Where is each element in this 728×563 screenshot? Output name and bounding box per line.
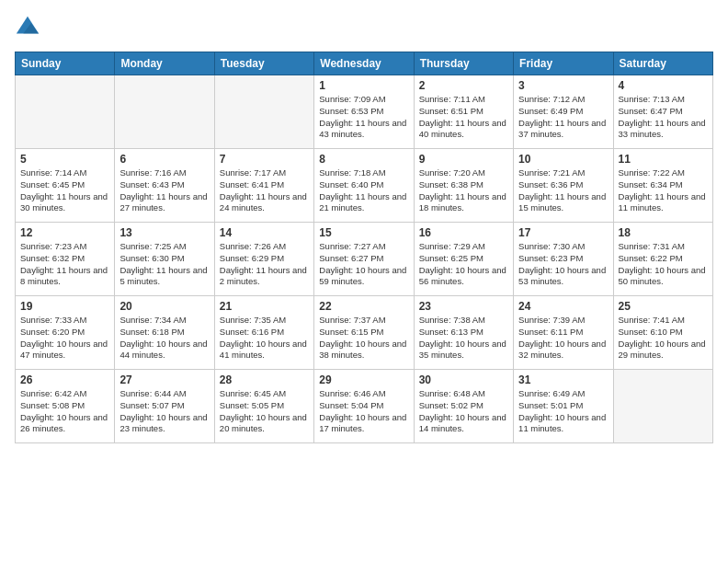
calendar-cell: 20Sunrise: 7:34 AM Sunset: 6:18 PM Dayli… xyxy=(115,296,214,370)
calendar-cell: 3Sunrise: 7:12 AM Sunset: 6:49 PM Daylig… xyxy=(514,75,613,149)
cell-content: Sunrise: 6:49 AM Sunset: 5:01 PM Dayligh… xyxy=(518,388,608,435)
cell-content: Sunrise: 7:23 AM Sunset: 6:32 PM Dayligh… xyxy=(20,241,109,288)
day-number: 18 xyxy=(619,226,708,239)
day-header-wednesday: Wednesday xyxy=(314,52,414,75)
cell-content: Sunrise: 7:17 AM Sunset: 6:41 PM Dayligh… xyxy=(220,167,309,214)
calendar-cell: 22Sunrise: 7:37 AM Sunset: 6:15 PM Dayli… xyxy=(314,296,414,370)
day-number: 21 xyxy=(220,300,309,313)
calendar-table: SundayMondayTuesdayWednesdayThursdayFrid… xyxy=(15,52,713,443)
calendar-cell: 2Sunrise: 7:11 AM Sunset: 6:51 PM Daylig… xyxy=(414,75,513,149)
calendar-cell: 19Sunrise: 7:33 AM Sunset: 6:20 PM Dayli… xyxy=(16,296,115,370)
cell-content: Sunrise: 7:18 AM Sunset: 6:40 PM Dayligh… xyxy=(319,167,408,214)
day-number: 19 xyxy=(20,300,109,313)
cell-content: Sunrise: 6:46 AM Sunset: 5:04 PM Dayligh… xyxy=(319,388,408,435)
calendar-cell: 26Sunrise: 6:42 AM Sunset: 5:08 PM Dayli… xyxy=(16,370,115,443)
cell-content: Sunrise: 7:33 AM Sunset: 6:20 PM Dayligh… xyxy=(20,315,109,362)
day-number: 6 xyxy=(119,153,209,166)
week-row-1: 5Sunrise: 7:14 AM Sunset: 6:45 PM Daylig… xyxy=(16,149,713,223)
calendar-header-row: SundayMondayTuesdayWednesdayThursdayFrid… xyxy=(16,52,713,75)
week-row-3: 19Sunrise: 7:33 AM Sunset: 6:20 PM Dayli… xyxy=(16,296,713,370)
day-number: 28 xyxy=(220,373,309,386)
day-number: 22 xyxy=(319,300,408,313)
day-number: 25 xyxy=(619,300,708,313)
day-number: 8 xyxy=(319,153,408,166)
logo-icon xyxy=(15,15,40,40)
calendar-cell: 18Sunrise: 7:31 AM Sunset: 6:22 PM Dayli… xyxy=(613,223,712,296)
calendar-cell: 5Sunrise: 7:14 AM Sunset: 6:45 PM Daylig… xyxy=(16,149,115,223)
day-number: 13 xyxy=(119,226,209,239)
calendar-cell: 24Sunrise: 7:39 AM Sunset: 6:11 PM Dayli… xyxy=(514,296,613,370)
day-number: 23 xyxy=(419,300,508,313)
calendar-cell xyxy=(613,370,712,443)
cell-content: Sunrise: 7:11 AM Sunset: 6:51 PM Dayligh… xyxy=(419,94,508,141)
cell-content: Sunrise: 7:31 AM Sunset: 6:22 PM Dayligh… xyxy=(619,241,708,288)
cell-content: Sunrise: 6:45 AM Sunset: 5:05 PM Dayligh… xyxy=(220,388,309,435)
calendar-cell: 14Sunrise: 7:26 AM Sunset: 6:29 PM Dayli… xyxy=(214,223,313,296)
calendar-cell: 16Sunrise: 7:29 AM Sunset: 6:25 PM Dayli… xyxy=(414,223,513,296)
calendar-cell: 23Sunrise: 7:38 AM Sunset: 6:13 PM Dayli… xyxy=(414,296,513,370)
day-header-friday: Friday xyxy=(514,52,613,75)
cell-content: Sunrise: 7:39 AM Sunset: 6:11 PM Dayligh… xyxy=(518,315,608,362)
calendar-cell xyxy=(16,75,115,149)
cell-content: Sunrise: 7:29 AM Sunset: 6:25 PM Dayligh… xyxy=(419,241,508,288)
day-number: 24 xyxy=(518,300,608,313)
calendar-cell: 31Sunrise: 6:49 AM Sunset: 5:01 PM Dayli… xyxy=(514,370,613,443)
calendar-cell: 30Sunrise: 6:48 AM Sunset: 5:02 PM Dayli… xyxy=(414,370,513,443)
calendar-cell: 1Sunrise: 7:09 AM Sunset: 6:53 PM Daylig… xyxy=(314,75,414,149)
cell-content: Sunrise: 7:21 AM Sunset: 6:36 PM Dayligh… xyxy=(518,167,608,214)
day-header-tuesday: Tuesday xyxy=(214,52,313,75)
day-number: 2 xyxy=(419,79,508,92)
calendar-cell: 9Sunrise: 7:20 AM Sunset: 6:38 PM Daylig… xyxy=(414,149,513,223)
cell-content: Sunrise: 7:16 AM Sunset: 6:43 PM Dayligh… xyxy=(119,167,209,214)
cell-content: Sunrise: 7:34 AM Sunset: 6:18 PM Dayligh… xyxy=(119,315,209,362)
cell-content: Sunrise: 7:27 AM Sunset: 6:27 PM Dayligh… xyxy=(319,241,408,288)
cell-content: Sunrise: 7:41 AM Sunset: 6:10 PM Dayligh… xyxy=(619,315,708,362)
calendar-cell xyxy=(214,75,313,149)
cell-content: Sunrise: 7:22 AM Sunset: 6:34 PM Dayligh… xyxy=(619,167,708,214)
day-number: 10 xyxy=(518,153,608,166)
calendar-cell: 11Sunrise: 7:22 AM Sunset: 6:34 PM Dayli… xyxy=(613,149,712,223)
page-header xyxy=(15,15,713,40)
cell-content: Sunrise: 6:44 AM Sunset: 5:07 PM Dayligh… xyxy=(119,388,209,435)
calendar-cell: 10Sunrise: 7:21 AM Sunset: 6:36 PM Dayli… xyxy=(514,149,613,223)
calendar-cell: 21Sunrise: 7:35 AM Sunset: 6:16 PM Dayli… xyxy=(214,296,313,370)
week-row-4: 26Sunrise: 6:42 AM Sunset: 5:08 PM Dayli… xyxy=(16,370,713,443)
calendar-cell: 12Sunrise: 7:23 AM Sunset: 6:32 PM Dayli… xyxy=(16,223,115,296)
calendar-cell: 27Sunrise: 6:44 AM Sunset: 5:07 PM Dayli… xyxy=(115,370,214,443)
cell-content: Sunrise: 7:14 AM Sunset: 6:45 PM Dayligh… xyxy=(20,167,109,214)
cell-content: Sunrise: 7:30 AM Sunset: 6:23 PM Dayligh… xyxy=(518,241,608,288)
day-header-saturday: Saturday xyxy=(613,52,712,75)
calendar-cell: 13Sunrise: 7:25 AM Sunset: 6:30 PM Dayli… xyxy=(115,223,214,296)
day-number: 15 xyxy=(319,226,408,239)
day-number: 26 xyxy=(20,373,109,386)
day-number: 16 xyxy=(419,226,508,239)
cell-content: Sunrise: 7:26 AM Sunset: 6:29 PM Dayligh… xyxy=(220,241,309,288)
cell-content: Sunrise: 7:12 AM Sunset: 6:49 PM Dayligh… xyxy=(518,94,608,141)
day-number: 29 xyxy=(319,373,408,386)
cell-content: Sunrise: 7:09 AM Sunset: 6:53 PM Dayligh… xyxy=(319,94,408,141)
calendar-cell: 29Sunrise: 6:46 AM Sunset: 5:04 PM Dayli… xyxy=(314,370,414,443)
cell-content: Sunrise: 7:37 AM Sunset: 6:15 PM Dayligh… xyxy=(319,315,408,362)
calendar-cell: 15Sunrise: 7:27 AM Sunset: 6:27 PM Dayli… xyxy=(314,223,414,296)
cell-content: Sunrise: 6:42 AM Sunset: 5:08 PM Dayligh… xyxy=(20,388,109,435)
cell-content: Sunrise: 7:13 AM Sunset: 6:47 PM Dayligh… xyxy=(619,94,708,141)
day-header-thursday: Thursday xyxy=(414,52,513,75)
day-number: 7 xyxy=(220,153,309,166)
calendar-cell: 7Sunrise: 7:17 AM Sunset: 6:41 PM Daylig… xyxy=(214,149,313,223)
calendar-cell: 8Sunrise: 7:18 AM Sunset: 6:40 PM Daylig… xyxy=(314,149,414,223)
day-header-sunday: Sunday xyxy=(16,52,115,75)
week-row-0: 1Sunrise: 7:09 AM Sunset: 6:53 PM Daylig… xyxy=(16,75,713,149)
day-number: 5 xyxy=(20,153,109,166)
day-number: 17 xyxy=(518,226,608,239)
day-header-monday: Monday xyxy=(115,52,214,75)
cell-content: Sunrise: 7:25 AM Sunset: 6:30 PM Dayligh… xyxy=(119,241,209,288)
day-number: 20 xyxy=(119,300,209,313)
calendar-cell: 25Sunrise: 7:41 AM Sunset: 6:10 PM Dayli… xyxy=(613,296,712,370)
day-number: 12 xyxy=(20,226,109,239)
calendar-cell: 6Sunrise: 7:16 AM Sunset: 6:43 PM Daylig… xyxy=(115,149,214,223)
day-number: 11 xyxy=(619,153,708,166)
calendar-cell xyxy=(115,75,214,149)
day-number: 27 xyxy=(119,373,209,386)
logo xyxy=(15,15,44,40)
cell-content: Sunrise: 7:20 AM Sunset: 6:38 PM Dayligh… xyxy=(419,167,508,214)
